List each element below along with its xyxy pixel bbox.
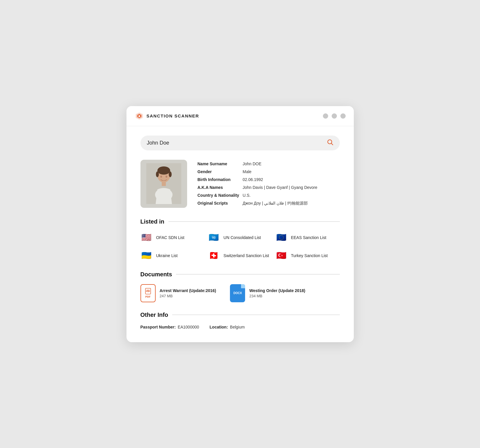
other-info-row: Passport Number:EA1000000Location:Belgiu…	[140, 325, 340, 329]
other-label: Passport Number:	[140, 325, 176, 329]
info-row: Original ScriptsДжон Доу | فلان الفلاني …	[198, 201, 340, 206]
documents-section: Documents PDF PDF Arrest Warrant (Update…	[140, 271, 340, 302]
info-value: U.S.	[243, 193, 251, 198]
doc-info: Westing Order (Update 2018) 234 MB	[249, 288, 305, 298]
info-table: Name SurnameJohn DOEGenderMaleBirth Info…	[198, 160, 340, 206]
flag-circle: 🇪🇺	[275, 231, 287, 244]
flag-circle: 🇺🇳	[208, 231, 220, 244]
list-name: OFAC SDN List	[156, 235, 184, 240]
info-row: Name SurnameJohn DOE	[198, 161, 340, 166]
other-field: Passport Number:EA1000000	[140, 325, 199, 329]
other-info-header: Other Info	[140, 312, 340, 318]
info-value: John DOE	[243, 161, 262, 166]
svg-point-12	[166, 176, 167, 178]
doc-title: Westing Order (Update 2018)	[249, 288, 305, 293]
other-value: EA1000000	[178, 325, 199, 329]
svg-point-8	[157, 166, 170, 175]
documents-divider	[176, 274, 340, 275]
other-field: Location:Belgium	[210, 325, 245, 329]
info-row: GenderMale	[198, 169, 340, 174]
svg-text:PDF: PDF	[146, 290, 150, 292]
list-name: Ukraine List	[156, 253, 178, 258]
titlebar: SANCTION SCANNER	[126, 106, 354, 126]
doc-size: 234 MB	[249, 294, 305, 298]
window-dot-2	[332, 113, 337, 119]
info-label: Gender	[198, 169, 240, 174]
doc-item[interactable]: PDF PDF Arrest Warrant (Update:2016) 247…	[140, 284, 216, 302]
info-value: Джон Доу | فلان الفلاني | 约翰能源部	[243, 201, 308, 206]
info-label: A.K.A Names	[198, 185, 240, 190]
docs-grid: PDF PDF Arrest Warrant (Update:2016) 247…	[140, 284, 340, 302]
info-label: Birth Information	[198, 177, 240, 182]
doc-title: Arrest Warrant (Update:2016)	[160, 288, 216, 293]
logo: SANCTION SCANNER	[135, 111, 199, 121]
list-item: 🇹🇷 Turkey Sanction List	[275, 250, 340, 262]
flag-circle: 🇺🇦	[140, 250, 153, 262]
list-item: 🇨🇭 Switzerland Sanction List	[208, 250, 272, 262]
logo-text: SANCTION SCANNER	[147, 113, 199, 118]
info-value: 02.06.1992	[243, 177, 263, 182]
window-controls	[323, 113, 346, 119]
flag-circle: 🇹🇷	[275, 250, 287, 262]
list-item: 🇺🇳 UN Consoldated List	[208, 231, 272, 244]
other-label: Location:	[210, 325, 228, 329]
other-info-section: Other Info Passport Number:EA1000000Loca…	[140, 312, 340, 329]
info-label: Country & Nationality	[198, 193, 240, 198]
info-row: A.K.A NamesJohn Davis | Dave Gyanf | Gya…	[198, 185, 340, 190]
info-row: Birth Information02.06.1992	[198, 177, 340, 182]
list-item: 🇺🇦 Ukraine List	[140, 250, 205, 262]
documents-header: Documents	[140, 271, 340, 278]
other-value: Belgium	[230, 325, 245, 329]
info-row: Country & NationalityU.S.	[198, 193, 340, 198]
logo-icon	[135, 111, 144, 121]
profile-section: Name SurnameJohn DOEGenderMaleBirth Info…	[140, 160, 340, 208]
listed-in-divider	[168, 221, 340, 222]
window-dot-3	[340, 113, 346, 119]
window-dot-1	[323, 113, 328, 119]
svg-point-9	[156, 171, 159, 177]
other-info-divider	[172, 315, 340, 315]
search-input[interactable]	[147, 140, 327, 146]
list-name: Turkey Sanction List	[291, 253, 328, 258]
list-name: Switzerland Sanction List	[224, 253, 269, 258]
svg-line-5	[331, 143, 333, 145]
documents-title: Documents	[140, 271, 172, 278]
list-item: 🇺🇸 OFAC SDN List	[140, 231, 205, 244]
doc-size: 247 MB	[160, 294, 216, 298]
svg-point-11	[160, 176, 162, 178]
list-name: EEAS Sanction List	[291, 235, 326, 240]
content-area: Name SurnameJohn DOEGenderMaleBirth Info…	[126, 126, 354, 342]
search-bar	[140, 136, 340, 150]
list-item: 🇪🇺 EEAS Sanction List	[275, 231, 340, 244]
listed-in-section: Listed in 🇺🇸 OFAC SDN List 🇺🇳 UN Consold…	[140, 218, 340, 262]
other-info-title: Other Info	[140, 312, 168, 318]
flag-circle: 🇨🇭	[208, 250, 220, 262]
doc-item[interactable]: DOCX Westing Order (Update 2018) 234 MB	[230, 284, 305, 302]
avatar	[140, 160, 187, 208]
docx-icon: DOCX	[230, 284, 245, 302]
app-window: SANCTION SCANNER	[126, 106, 354, 342]
svg-point-10	[169, 171, 172, 177]
info-label: Original Scripts	[198, 201, 240, 206]
listed-in-header: Listed in	[140, 218, 340, 225]
svg-rect-14	[162, 181, 166, 186]
info-value: Male	[243, 169, 252, 174]
info-label: Name Surname	[198, 161, 240, 166]
info-value: John Davis | Dave Gyanf | Gyang Devore	[243, 185, 317, 190]
pdf-icon: PDF PDF	[140, 284, 156, 302]
doc-info: Arrest Warrant (Update:2016) 247 MB	[160, 288, 216, 298]
listed-in-grid: 🇺🇸 OFAC SDN List 🇺🇳 UN Consoldated List …	[140, 231, 340, 262]
listed-in-title: Listed in	[140, 218, 164, 225]
search-icon[interactable]	[327, 139, 333, 147]
list-name: UN Consoldated List	[224, 235, 261, 240]
flag-circle: 🇺🇸	[140, 231, 153, 244]
